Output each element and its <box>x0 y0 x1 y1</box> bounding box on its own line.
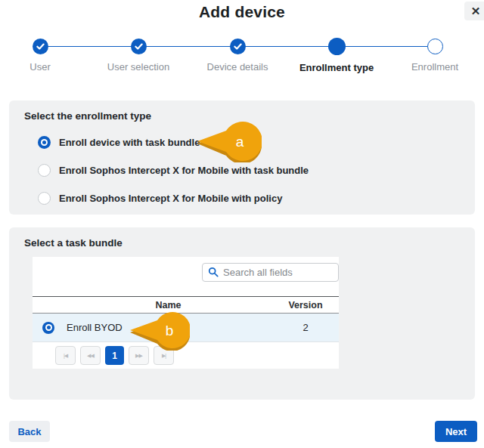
check-icon <box>135 42 143 51</box>
search-input[interactable] <box>202 263 339 282</box>
option-label: Enroll Sophos Intercept X for Mobile wit… <box>59 193 282 204</box>
step-enrollment-type[interactable]: Enrollment type <box>287 34 386 73</box>
task-bundle-heading: Select a task bundle <box>24 237 475 249</box>
option-label: Enroll Sophos Intercept X for Mobile wit… <box>59 165 309 176</box>
task-bundle-card: Select a task bundle Name Version Enroll… <box>9 227 475 400</box>
radio-ring <box>41 139 48 146</box>
step-user-selection[interactable]: User selection <box>89 34 188 73</box>
row-radio-cell <box>33 322 64 334</box>
row-name-cell: Enroll BYOD <box>64 322 272 333</box>
search-field-wrap <box>202 263 339 282</box>
enrollment-type-heading: Select the enrollment type <box>24 110 475 122</box>
radio-selected-icon[interactable] <box>38 136 51 149</box>
pager-current-page-button[interactable]: 1 <box>105 346 124 365</box>
step-done-icon <box>131 39 147 54</box>
header-version: Version <box>272 300 339 311</box>
step-user[interactable]: User <box>0 34 89 73</box>
step-enrollment[interactable]: Enrollment <box>386 34 484 73</box>
back-button[interactable]: Back <box>9 421 50 442</box>
radio-ring <box>45 324 52 331</box>
option-intercept-x-policy[interactable]: Enroll Sophos Intercept X for Mobile wit… <box>9 184 475 212</box>
step-device-details[interactable]: Device details <box>188 34 287 73</box>
step-active-icon <box>328 38 346 55</box>
step-label: Device details <box>188 61 287 73</box>
radio-unselected-icon[interactable] <box>38 192 51 205</box>
step-done-icon <box>33 39 48 54</box>
add-device-dialog: { "title": "Add device", "close_glyph": … <box>0 0 484 448</box>
option-intercept-x-task-bundle[interactable]: Enroll Sophos Intercept X for Mobile wit… <box>9 156 475 184</box>
step-label: Enrollment <box>386 61 484 73</box>
step-label: Enrollment type <box>287 62 386 73</box>
close-button[interactable]: ✕ <box>464 2 484 20</box>
pager-prev-button[interactable]: ◀◀ <box>80 346 101 365</box>
pager-last-button[interactable]: ▶| <box>154 346 174 365</box>
task-bundle-table-panel: Name Version Enroll BYOD 2 |◀ ◀◀ 1 ▶▶ ▶| <box>33 257 339 369</box>
radio-selected-icon[interactable] <box>42 322 54 334</box>
search-icon <box>208 267 219 277</box>
pager-next-button[interactable]: ▶▶ <box>129 346 149 365</box>
wizard-stepper: User User selection Device details Enrol… <box>0 34 484 78</box>
next-button[interactable]: Next <box>435 421 477 442</box>
step-label: User selection <box>89 61 188 73</box>
header-name: Name <box>64 300 272 311</box>
enrollment-type-card: Select the enrollment type Enroll device… <box>9 100 475 215</box>
step-done-icon <box>230 39 246 54</box>
radio-dot <box>42 141 46 144</box>
radio-unselected-icon[interactable] <box>38 164 51 177</box>
paginator: |◀ ◀◀ 1 ▶▶ ▶| <box>33 342 339 369</box>
table-row[interactable]: Enroll BYOD 2 <box>33 314 339 342</box>
step-label: User <box>0 61 89 73</box>
radio-dot <box>47 326 51 329</box>
page-title: Add device <box>0 3 484 21</box>
option-label: Enroll device with task bundle <box>59 137 200 148</box>
table-header: Name Version <box>33 296 339 314</box>
row-version-cell: 2 <box>272 322 339 333</box>
pager-first-button[interactable]: |◀ <box>55 346 76 365</box>
step-pending-icon <box>427 39 443 54</box>
check-icon <box>36 42 45 51</box>
enrollment-type-options: Enroll device with task bundle Enroll So… <box>9 128 475 212</box>
check-icon <box>234 42 242 51</box>
option-enroll-device-task-bundle[interactable]: Enroll device with task bundle <box>9 128 475 156</box>
